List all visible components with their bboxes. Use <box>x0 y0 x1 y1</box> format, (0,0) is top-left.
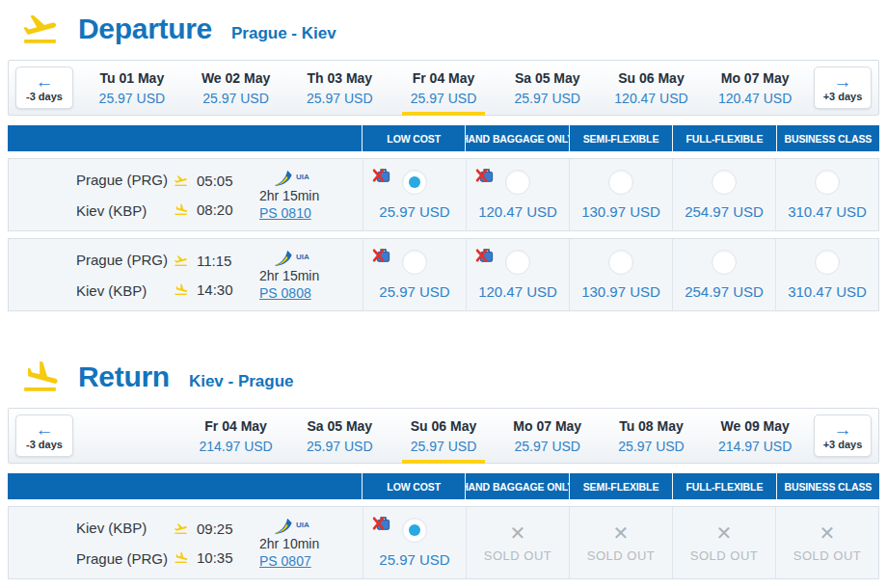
no-checked-baggage-icon <box>372 167 391 184</box>
date-price: 25.97 USD <box>202 91 268 106</box>
fare-header-spacer <box>8 473 362 499</box>
flight-row: Prague (PRG) Kiev (KBP) 11:15 14:30 UIA <box>8 238 879 311</box>
fare-cells: 25.97 USD ✕ SOLD OUT ✕ SOLD OUT ✕ SOLD O… <box>363 507 878 578</box>
date-option[interactable]: Sa 05 May 25.97 USD <box>496 61 600 115</box>
date-option[interactable]: Tu 08 May 25.97 USD <box>600 409 704 463</box>
fare-radio[interactable] <box>815 170 840 195</box>
fare-option-cell[interactable]: 120.47 USD <box>466 159 569 230</box>
stations: Kiev (KBP) Prague (PRG) <box>9 520 173 567</box>
fare-option-cell[interactable]: 25.97 USD <box>363 239 466 310</box>
prev-days-button[interactable]: ← -3 days <box>15 414 73 457</box>
departure-time-line: 11:15 <box>173 253 259 269</box>
fare-radio[interactable] <box>712 250 737 275</box>
fare-price: 130.97 USD <box>581 203 660 220</box>
airline-name: UIA <box>296 173 309 186</box>
flight-duration: 2hr 15min <box>259 268 357 283</box>
stations: Prague (PRG) Kiev (KBP) <box>9 172 173 219</box>
takeoff-plane-icon <box>173 521 189 536</box>
fare-price: 120.47 USD <box>478 283 557 300</box>
no-checked-baggage-icon <box>372 247 391 264</box>
fare-radio[interactable] <box>608 170 633 195</box>
sold-out-x-icon: ✕ <box>716 523 733 543</box>
fare-option-cell[interactable]: 310.47 USD <box>775 239 878 310</box>
fare-header-spacer <box>8 125 362 151</box>
fare-class-header: LOW COSTHAND BAGGAGE ONLYSEMI-FLEXIBLEFU… <box>8 473 879 499</box>
flight-duration: 2hr 10min <box>259 536 357 551</box>
section-route: Prague - Kiev <box>231 24 336 43</box>
departure-section: Departure Prague - Kiev ← -3 days Tu 01 … <box>8 6 879 311</box>
date-option[interactable]: We 02 May 25.97 USD <box>184 61 288 115</box>
origin-station: Kiev (KBP) <box>76 520 173 536</box>
sold-out-label: SOLD OUT <box>484 548 551 563</box>
arrival-time: 10:35 <box>197 549 233 566</box>
sold-out-x-icon: ✕ <box>510 523 526 543</box>
fare-option-cell[interactable]: 254.97 USD <box>672 159 775 230</box>
sold-out-label: SOLD OUT <box>587 548 655 563</box>
date-option[interactable]: Su 06 May 120.47 USD <box>600 61 704 115</box>
takeoff-plane-icon <box>173 254 189 268</box>
next-days-button[interactable]: → +3 days <box>814 414 872 457</box>
fare-radio[interactable] <box>712 170 737 195</box>
fare-radio[interactable] <box>608 250 633 275</box>
fare-radio[interactable] <box>402 518 427 543</box>
fare-price: 310.47 USD <box>788 203 867 220</box>
fare-class-header-columns: LOW COSTHAND BAGGAGE ONLYSEMI-FLEXIBLEFU… <box>362 473 879 499</box>
date-option[interactable]: Fr 04 May 25.97 USD <box>391 61 496 115</box>
date-price: 25.97 USD <box>411 91 476 106</box>
date-strip: ← -3 days Fr 04 May 214.97 USD Sa 05 May… <box>8 408 879 464</box>
origin-station: Prague (PRG) <box>76 252 173 268</box>
airline-name: UIA <box>296 521 309 534</box>
sold-out-cell: ✕ SOLD OUT <box>569 507 672 578</box>
date-option[interactable]: Fr 04 May 214.97 USD <box>184 409 288 463</box>
date-price: 25.97 USD <box>618 439 684 454</box>
fare-radio[interactable] <box>505 250 530 275</box>
departure-time-line: 05:05 <box>173 173 259 189</box>
date-option[interactable]: Su 06 May 25.97 USD <box>391 409 496 463</box>
date-label: Mo 07 May <box>513 418 581 434</box>
fare-option-cell[interactable]: 130.97 USD <box>569 159 672 230</box>
fare-option-cell[interactable]: 130.97 USD <box>569 239 672 310</box>
landing-plane-icon <box>173 550 189 565</box>
prev-days-button[interactable]: ← -3 days <box>15 67 73 109</box>
arrival-time: 08:20 <box>197 201 233 218</box>
fare-class-column-header: SEMI-FLEXIBLE <box>569 125 672 151</box>
departure-section-header: Departure Prague - Kiev <box>8 6 879 60</box>
fare-price: 254.97 USD <box>685 283 764 300</box>
landing-plane-icon <box>173 202 189 217</box>
fare-option-cell[interactable]: 120.47 USD <box>466 239 569 310</box>
date-option[interactable]: Mo 07 May 25.97 USD <box>496 409 600 463</box>
date-option[interactable]: Sa 05 May 25.97 USD <box>287 409 391 463</box>
flight-meta: UIA 2hr 15min PS 0810 <box>259 170 363 221</box>
date-option[interactable]: Mo 07 May 120.47 USD <box>703 61 807 115</box>
sold-out-label: SOLD OUT <box>793 548 861 563</box>
arrival-time-line: 14:30 <box>173 281 259 298</box>
return-section: Return Kiev - Prague ← -3 days Fr 04 May… <box>8 354 879 579</box>
next-days-button[interactable]: → +3 days <box>814 67 872 109</box>
flight-meta: UIA 2hr 15min PS 0808 <box>259 250 363 301</box>
takeoff-plane-icon <box>173 174 189 188</box>
fare-radio[interactable] <box>815 250 840 275</box>
date-price: 25.97 USD <box>307 91 372 106</box>
fare-price: 120.47 USD <box>478 203 557 220</box>
flight-number-link[interactable]: PS 0810 <box>259 205 357 221</box>
fare-option-cell[interactable]: 25.97 USD <box>363 159 466 230</box>
fare-class-header-columns: LOW COSTHAND BAGGAGE ONLYSEMI-FLEXIBLEFU… <box>362 125 879 151</box>
date-option[interactable]: Tu 01 May 25.97 USD <box>80 61 184 115</box>
no-checked-baggage-icon <box>475 247 495 264</box>
fare-option-cell[interactable]: 254.97 USD <box>672 239 775 310</box>
fare-class-column-header: HAND BAGGAGE ONLY <box>465 473 568 499</box>
fare-option-cell[interactable]: 25.97 USD <box>363 507 466 578</box>
fare-class-column-header: FULL-FLEXIBLE <box>672 125 775 151</box>
fare-radio[interactable] <box>402 170 427 195</box>
uia-tail-fin-icon <box>273 518 293 534</box>
fare-option-cell[interactable]: 310.47 USD <box>775 159 878 230</box>
fare-radio[interactable] <box>402 250 427 275</box>
date-option[interactable]: We 09 May 214.97 USD <box>703 409 807 463</box>
flight-number-link[interactable]: PS 0807 <box>259 553 357 569</box>
flight-number-link[interactable]: PS 0808 <box>259 285 357 301</box>
fare-class-column-header: HAND BAGGAGE ONLY <box>465 125 568 151</box>
fare-radio[interactable] <box>505 170 530 195</box>
landing-plane-icon <box>17 358 63 396</box>
date-option[interactable]: Th 03 May 25.97 USD <box>287 61 391 115</box>
times: 11:15 14:30 <box>173 253 259 298</box>
